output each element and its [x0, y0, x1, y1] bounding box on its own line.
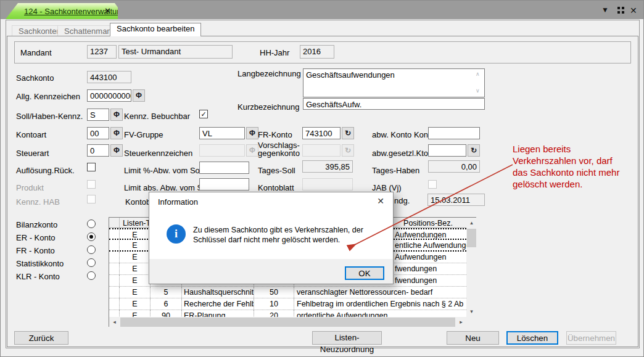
limit-abs-field[interactable]	[199, 178, 249, 191]
steuerart-lookup-button[interactable]: Φ	[110, 144, 123, 157]
table-horizontal-scrollbar[interactable]: ◂ ▸	[109, 317, 466, 327]
table-row[interactable]: E 6 Recherche der Fehlbetr. im 10 Fehlbe…	[109, 298, 466, 310]
scroll-down-icon[interactable]: ∨	[476, 88, 480, 94]
dialog-message: Zu diesem Sachkonto gibt es Verkehrszahl…	[193, 225, 393, 245]
allg-kennzeichen-lookup-button[interactable]: Φ	[133, 89, 145, 102]
dialog-title: Information	[158, 197, 198, 207]
lookup-icon: Φ	[114, 146, 120, 155]
row-selector-header	[109, 218, 120, 228]
tages-haben-field: 0,00	[428, 160, 480, 173]
fr-konto-label: FR-Konto	[258, 131, 292, 139]
scroll-left-arrow-icon[interactable]: ◂	[109, 317, 120, 327]
jab-vj-label: JAB (Vj)	[372, 184, 402, 192]
refresh-icon: ↻	[345, 146, 351, 155]
radio-bilanzkonto-label: Bilanzkonto	[16, 221, 57, 229]
table-vertical-scrollbar[interactable]: ▴ ▾	[466, 218, 477, 317]
mandant-label: Mandant	[20, 49, 52, 57]
tab-sachkonto-bearbeiten[interactable]: Sachkonto bearbeiten	[110, 23, 201, 36]
tab-close-icon[interactable]: ✕	[104, 6, 111, 15]
hh-jahr-field[interactable]: 2016	[300, 45, 334, 59]
fr-konto-refresh-button[interactable]: ↻	[342, 127, 354, 139]
vorschlagsgegenkonto-refresh-button-disabled: ↻	[342, 144, 354, 157]
jab-vj-checkbox[interactable]	[428, 180, 437, 189]
refresh-icon: ↻	[471, 146, 477, 155]
kontoart-label: Kontoart	[16, 131, 46, 139]
dialog-close-icon[interactable]: ✕	[377, 196, 384, 206]
listen-typ-header[interactable]: Listen-Typ	[120, 218, 151, 228]
langbezeichnung-textarea[interactable]: Geschäftsaufwendungen	[303, 68, 485, 97]
radio-klr-konto[interactable]	[87, 271, 96, 280]
window-close-icon[interactable]: ✕	[630, 6, 637, 15]
app-window: 124 - Sachkontenverwaltung ✕ ▼ ✕ Sachkon…	[0, 0, 644, 357]
aufloesung-rueck-checkbox[interactable]	[87, 163, 96, 171]
scrollbar-corner	[466, 317, 477, 327]
allg-kennzeichen-label: Allg. Kennzeichen	[16, 92, 80, 101]
tages-soll-field: 395,85	[302, 160, 353, 173]
refresh-icon: ↻	[345, 129, 351, 137]
radio-fr-konto-label: FR - Konto	[16, 247, 55, 255]
document-tab[interactable]: 124 - Sachkontenverwaltung ✕	[6, 3, 118, 19]
steuerart-field[interactable]: 0	[87, 144, 109, 157]
horizontal-scroll-thumb[interactable]	[120, 318, 455, 327]
bebuchbar-label: Kennz. Bebuchbar	[124, 112, 190, 121]
abw-konto-kons-field[interactable]	[428, 127, 480, 139]
lookup-icon: Φ	[136, 91, 142, 100]
fv-gruppe-label: FV-Gruppe	[124, 131, 163, 139]
mandant-number-field[interactable]: 1237	[87, 45, 117, 59]
bebuchbar-checkbox[interactable]: ✓	[199, 110, 208, 118]
produkt-label: Produkt	[16, 184, 44, 192]
lookup-icon: Φ	[249, 129, 255, 137]
chevron-down-icon[interactable]: ▼	[601, 6, 609, 14]
scroll-up-icon[interactable]: ∧	[476, 71, 480, 77]
radio-bilanzkonto[interactable]	[87, 220, 96, 228]
annotation-text: Liegen bereits Verkehrszahlen vor, darf …	[513, 143, 627, 190]
abw-gesetzl-kto-label: abw.gesetzl.Kto.	[372, 149, 431, 158]
kennz-hab-checkbox-disabled	[87, 195, 96, 203]
aendg-datum-field: 15.03.2011	[427, 194, 485, 206]
tile-windows-icon[interactable]	[617, 7, 624, 14]
sachkonto-label: Sachkonto	[16, 74, 54, 83]
limit-pct-field[interactable]	[199, 162, 249, 174]
loeschen-button[interactable]: Löschen	[506, 331, 558, 345]
scroll-up-arrow-icon[interactable]: ▴	[466, 218, 477, 228]
tages-soll-label: Tages-Soll	[258, 166, 295, 175]
neu-button[interactable]: Neu	[447, 331, 499, 345]
steuerkennzeichen-field	[199, 144, 245, 157]
abw-konto-kons-label: abw. Konto Kons.	[372, 131, 434, 139]
ok-button[interactable]: OK	[345, 266, 384, 280]
kurzbezeichnung-field[interactable]: GeschäftsAufw.	[303, 98, 485, 110]
lookup-icon: Φ	[114, 129, 120, 137]
allg-kennzeichen-field[interactable]: 0000000000	[87, 89, 131, 102]
zurueck-button[interactable]: Zurück	[14, 331, 68, 345]
tages-haben-label: Tages-Haben	[372, 166, 419, 175]
radio-statistikkonto[interactable]	[87, 258, 96, 267]
fv-gruppe-field[interactable]: VL	[199, 127, 245, 139]
limit-abs-label: Limit abs. Abw. vom Soll	[124, 184, 210, 192]
listen-neuzuordnung-button[interactable]: Listen-Neuzuordnung	[312, 331, 382, 345]
radio-fr-konto[interactable]	[87, 245, 96, 254]
vertical-scroll-thumb[interactable]	[467, 229, 476, 247]
soll-haben-field[interactable]: S	[87, 109, 109, 121]
information-dialog: Information ✕ i Zu diesem Sachkonto gibt…	[149, 192, 394, 284]
table-row[interactable]: E 90 ER-Planung 20 ordentliche Aufwendun…	[109, 310, 466, 317]
fr-konto-field[interactable]: 743100	[302, 127, 341, 139]
info-icon: i	[167, 224, 186, 244]
kontoart-field[interactable]: 00	[87, 127, 109, 139]
radio-er-konto[interactable]	[87, 232, 96, 241]
scroll-down-arrow-icon[interactable]: ▾	[466, 306, 477, 317]
hh-jahr-label: HH-Jahr	[260, 49, 289, 57]
aufloesung-rueck-label: Auflösung.Rück.	[16, 166, 75, 175]
abw-gesetzl-kto-refresh-button[interactable]: ↻	[468, 144, 480, 157]
limit-pct-label: Limit %-Abw. vom Soll	[124, 166, 204, 175]
steuerart-label: Steuerart	[16, 149, 49, 158]
sachkonto-field[interactable]: 443100	[87, 71, 131, 83]
table-row[interactable]: E 5 Haushaltsquerschnitt 50 veranschlagt…	[109, 287, 466, 298]
kontoart-lookup-button[interactable]: Φ	[110, 127, 123, 139]
scroll-right-arrow-icon[interactable]: ▸	[456, 317, 466, 327]
lookup-icon: Φ	[114, 110, 120, 119]
fv-gruppe-lookup-button[interactable]: Φ	[246, 127, 258, 139]
abw-gesetzl-kto-field[interactable]	[428, 144, 466, 157]
soll-haben-lookup-button[interactable]: Φ	[110, 109, 123, 121]
radio-klr-konto-label: KLR - Konto	[16, 273, 60, 281]
mandant-name-field[interactable]: Test- Urmandant	[118, 45, 233, 59]
